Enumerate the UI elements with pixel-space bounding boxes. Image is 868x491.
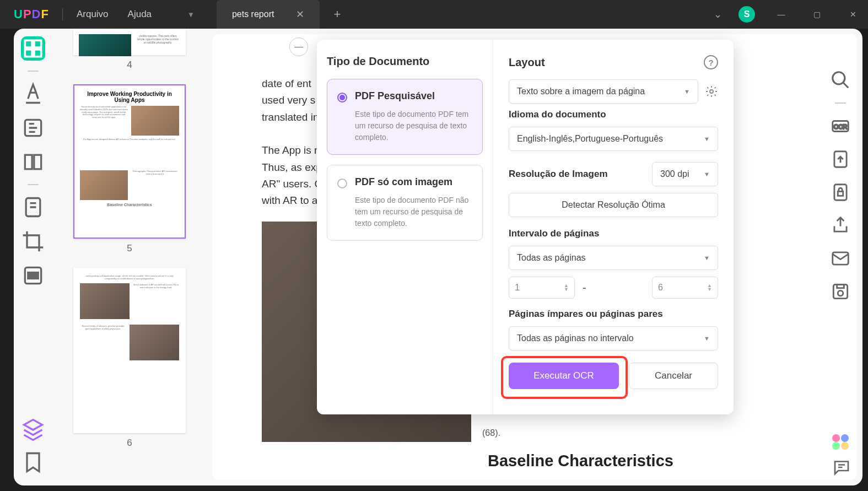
left-toolbar — [14, 29, 52, 485]
minimize-button[interactable]: — — [772, 10, 791, 19]
thumb-5-image2 — [80, 170, 128, 200]
thumb-4-text: visible species. The park offers ample o… — [136, 34, 180, 56]
execute-ocr-button[interactable]: Executar OCR — [509, 363, 619, 389]
chat-icon[interactable] — [832, 457, 851, 477]
spinner-arrows[interactable]: ▲▼ — [564, 284, 569, 292]
separator — [835, 102, 846, 104]
maximize-button[interactable]: ▢ — [807, 10, 827, 19]
save-icon[interactable] — [830, 281, 851, 302]
thumb-5-title: Improve Working Productivity in Using Ap… — [80, 91, 179, 103]
lang-label: Idioma do documento — [509, 109, 718, 120]
doc-type-title: Tipo de Documento — [327, 55, 483, 68]
thumb-6-text: users particip and application usage, wh… — [80, 274, 179, 280]
share-icon[interactable] — [830, 215, 851, 236]
parity-label: Páginas ímpares ou páginas pares — [509, 309, 718, 320]
page-range-select[interactable]: Todas as páginas ▼ — [509, 246, 718, 270]
image-only-desc: Este tipo de documento PDF não tem um re… — [355, 195, 473, 229]
logo-d: D — [32, 7, 41, 21]
logo-f: F — [41, 7, 48, 21]
image-only-title: PDF só com imagem — [355, 176, 473, 188]
zoom-out-button[interactable]: — — [289, 37, 308, 56]
thumbnail-page-5[interactable]: Improve Working Productivity in Using Ap… — [63, 84, 196, 254]
highlight-tool[interactable] — [21, 82, 45, 106]
ai-icon[interactable] — [829, 430, 851, 452]
svg-point-21 — [841, 434, 849, 442]
layout-select[interactable]: Texto sobre a imagem da página ▼ — [509, 79, 698, 104]
chevron-down-icon: ▼ — [704, 335, 710, 342]
language-select[interactable]: English-Inglês,Portuguese-Português ▼ — [509, 127, 718, 151]
menu-help[interactable]: Ajuda — [128, 9, 152, 20]
search-icon[interactable] — [830, 69, 851, 90]
thumbnail-page-4[interactable]: visible species. The park offers ample o… — [63, 29, 196, 71]
svg-rect-9 — [28, 273, 38, 279]
layers-tool[interactable] — [21, 418, 45, 442]
app-logo: U P D F — [14, 7, 48, 21]
thumb-6-text2: Since websites in AP are defined across … — [133, 283, 179, 319]
range-value: Todas as páginas — [517, 253, 586, 263]
doc-type-image-only[interactable]: PDF só com imagem Este tipo de documento… — [327, 165, 483, 241]
pages-tool[interactable] — [21, 150, 45, 174]
page-number-4: 4 — [63, 60, 196, 71]
help-icon[interactable]: ? — [704, 55, 718, 69]
svg-rect-2 — [25, 50, 32, 57]
parity-select[interactable]: Todas as páginas no intervalo ▼ — [509, 326, 718, 350]
separator — [28, 71, 39, 72]
svg-rect-3 — [34, 50, 41, 57]
ocr-icon[interactable]: OCR — [830, 116, 851, 137]
page-number-6: 6 — [63, 438, 196, 449]
crop-tool[interactable] — [21, 229, 45, 253]
svg-point-24 — [710, 90, 713, 93]
dropdown-indicator[interactable]: ▼ — [187, 10, 195, 19]
menu-file[interactable]: Arquivo — [77, 9, 109, 20]
resolution-label: Resolução de Imagem — [509, 169, 608, 180]
svg-rect-19 — [837, 284, 844, 288]
divider — [62, 8, 63, 20]
tab-title: pets report — [232, 9, 274, 19]
thumbnail-page-6[interactable]: users particip and application usage, wh… — [63, 268, 196, 449]
radio-image-only[interactable] — [337, 179, 347, 188]
range-from-input[interactable]: 1 ▲▼ — [509, 277, 575, 299]
chevron-down-icon: ▼ — [704, 136, 710, 142]
spinner-arrows[interactable]: ▲▼ — [707, 284, 712, 292]
range-from-value: 1 — [515, 283, 520, 293]
radio-searchable[interactable] — [337, 93, 347, 102]
thumb-5-heading: Baseline Characteristics — [80, 203, 179, 233]
lang-value: English-Inglês,Portuguese-Português — [517, 134, 663, 144]
thumb-5-text3: Demographic Characteristics AR examinati… — [131, 170, 179, 200]
close-button[interactable]: ✕ — [843, 10, 862, 19]
title-bar: U P D F Arquivo Ajuda ▼ pets report ✕ + … — [0, 0, 868, 29]
range-label: Intervalo de páginas — [509, 228, 718, 239]
cancel-button[interactable]: Cancelar — [629, 363, 718, 389]
email-icon[interactable] — [830, 248, 851, 269]
form-tool[interactable] — [21, 195, 45, 219]
range-to-input[interactable]: 6 ▲▼ — [652, 277, 718, 299]
svg-rect-6 — [34, 155, 41, 169]
tab-close-button[interactable]: ✕ — [296, 8, 304, 20]
doc-type-searchable[interactable]: PDF Pesquisável Este tipo de documento P… — [327, 79, 483, 155]
resolution-select[interactable]: 300 dpi ▼ — [652, 162, 718, 186]
edit-tool[interactable] — [21, 116, 45, 140]
svg-rect-15 — [838, 191, 843, 196]
user-avatar[interactable]: S — [738, 6, 755, 23]
bookmark-tool[interactable] — [21, 450, 45, 474]
chevron-down-icon[interactable]: ⌄ — [714, 8, 722, 20]
protect-icon[interactable] — [830, 182, 851, 203]
thumb-5-image — [131, 106, 179, 136]
logo-p: P — [23, 7, 31, 21]
svg-rect-5 — [25, 155, 32, 169]
page-number-5: 5 — [63, 243, 196, 254]
thumbnails-tool[interactable] — [21, 36, 45, 61]
range-dash: - — [583, 282, 586, 294]
thumb-5-text: Smart devices and connected applications… — [80, 106, 128, 136]
thumbnails-panel[interactable]: visible species. The park offers ample o… — [52, 29, 207, 485]
svg-rect-1 — [34, 40, 41, 47]
right-toolbar: OCR — [824, 63, 857, 302]
gear-icon[interactable] — [705, 85, 718, 98]
redact-tool[interactable] — [21, 263, 45, 288]
layout-label: Layout — [509, 56, 545, 69]
new-tab-button[interactable]: + — [333, 7, 341, 21]
chevron-down-icon: ▼ — [684, 88, 690, 95]
detect-resolution-button[interactable]: Detectar Resolução Ótima — [509, 193, 718, 217]
document-tab[interactable]: pets report ✕ — [217, 0, 320, 29]
convert-icon[interactable] — [830, 149, 851, 170]
